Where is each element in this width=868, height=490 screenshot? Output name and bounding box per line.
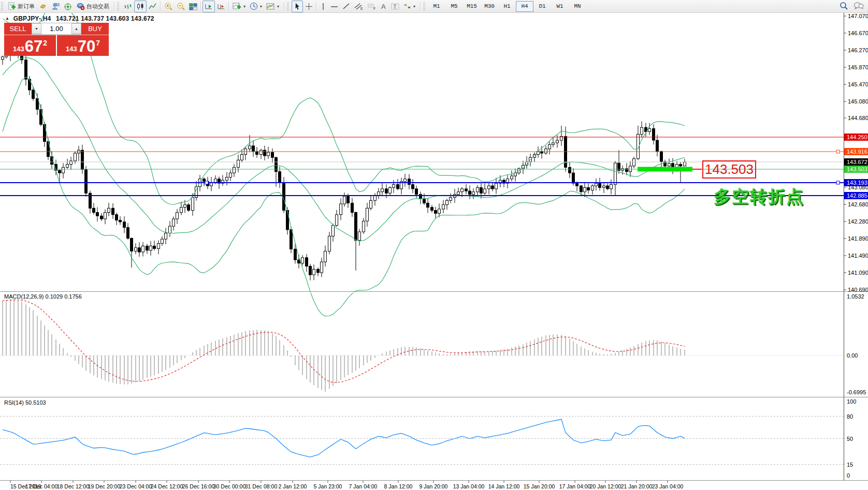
svg-text:21 Jan 20:00: 21 Jan 20:00 — [621, 483, 653, 489]
periods-button[interactable]: ▾ — [248, 1, 264, 12]
hline-handle[interactable] — [836, 181, 840, 184]
svg-text:146.670: 146.670 — [848, 30, 868, 36]
market-watch-button[interactable] — [37, 1, 49, 12]
macd-pane[interactable]: 1.05320.00-0.6995 — [0, 293, 866, 395]
price-level-callout[interactable]: 143.503 — [702, 160, 756, 179]
crosshair-button[interactable] — [303, 1, 315, 12]
svg-text:23 Jan 04:00: 23 Jan 04:00 — [652, 483, 684, 489]
volume-down-button[interactable]: ▼ — [32, 23, 41, 34]
fibonacci-button[interactable]: F — [365, 1, 378, 12]
chart-canvas[interactable]: 147.070146.670146.270145.870145.470145.0… — [0, 13, 868, 490]
svg-text:143.503: 143.503 — [847, 166, 867, 172]
symbol-header: ▲ GBPJPY-,H4 143.721 143.737 143.603 143… — [5, 15, 154, 22]
tab-timeframe-h4[interactable]: H4 — [516, 1, 533, 12]
svg-text:141.890: 141.890 — [848, 235, 868, 242]
svg-text:141.090: 141.090 — [848, 270, 868, 276]
autotrading-icon — [76, 3, 85, 10]
profiles-button[interactable] — [49, 1, 62, 12]
equidistant-channel-button[interactable]: E — [352, 1, 365, 12]
svg-text:1.0532: 1.0532 — [847, 293, 864, 300]
buy-price[interactable]: 143 70 7 — [57, 35, 109, 56]
sell-price-big: 67 — [25, 39, 42, 54]
sell-button[interactable]: SELL — [4, 23, 32, 35]
rsi-pane[interactable]: 1008050150 — [0, 398, 856, 479]
search-icon[interactable] — [840, 2, 848, 11]
volume-up-button[interactable]: ▲ — [71, 23, 81, 34]
tab-timeframe-h1[interactable]: H1 — [498, 1, 516, 12]
buy-button[interactable]: BUY — [81, 23, 109, 35]
tab-timeframe-w1[interactable]: W1 — [551, 1, 569, 12]
autotrading-label: 自动交易 — [86, 3, 109, 10]
time-axis[interactable]: 15 Dec 201917 Dec 04:0018 Dec 12:0019 De… — [10, 481, 684, 489]
toolbar-grip[interactable] — [423, 2, 425, 10]
svg-text:T: T — [394, 4, 397, 9]
buy-price-sup: 7 — [96, 39, 100, 47]
tile-windows-icon — [189, 3, 197, 10]
dropdown-caret-icon: ▾ — [260, 4, 262, 9]
trendline-button[interactable] — [340, 1, 352, 12]
annotations-layer[interactable] — [638, 167, 702, 172]
line-studies-group: E F A T ▾ — [290, 0, 419, 13]
collapse-panel-icon[interactable]: ▲ — [5, 16, 9, 21]
cursor-button[interactable] — [292, 1, 303, 12]
vertical-line-button[interactable] — [318, 1, 328, 12]
autoscroll-button[interactable] — [202, 1, 215, 12]
tab-timeframe-m5[interactable]: M5 — [445, 1, 463, 12]
svg-text:144.680: 144.680 — [848, 115, 868, 121]
tab-timeframe-m30[interactable]: M30 — [481, 1, 498, 12]
templates-button[interactable]: ▾ — [264, 1, 281, 12]
buy-price-big: 70 — [78, 39, 95, 54]
mt4-window: 新订单 自动交易 — [0, 0, 868, 490]
autotrading-button[interactable]: 自动交易 — [74, 1, 111, 12]
sell-price[interactable]: 143 67 2 — [4, 35, 57, 56]
svg-text:E: E — [360, 7, 363, 10]
svg-text:140.690: 140.690 — [848, 287, 868, 293]
toolbar-grip[interactable] — [287, 2, 289, 10]
svg-text:80: 80 — [847, 413, 853, 420]
price-axis[interactable]: 147.070146.670146.270145.870145.470145.0… — [844, 13, 868, 293]
new-order-label: 新订单 — [18, 3, 35, 10]
tab-timeframe-m15[interactable]: M15 — [463, 1, 481, 12]
candlestick-chart-icon — [136, 3, 144, 10]
horizontal-line-button[interactable] — [328, 1, 340, 12]
svg-text:143.193: 143.193 — [847, 180, 867, 186]
tab-timeframe-mn[interactable]: MN — [569, 1, 586, 12]
bar-chart-button[interactable] — [122, 1, 134, 12]
svg-text:100: 100 — [847, 398, 856, 405]
tab-timeframe-m1[interactable]: M1 — [428, 1, 445, 12]
line-chart-button[interactable] — [147, 1, 159, 12]
buy-price-prefix: 143 — [66, 45, 77, 53]
hline-handle[interactable] — [836, 150, 840, 153]
chat-icon[interactable] — [853, 2, 864, 11]
arrows-button[interactable]: ▾ — [401, 1, 417, 12]
toolbar-grip[interactable] — [1, 2, 3, 10]
svg-text:147.070: 147.070 — [848, 13, 868, 19]
label-tool-icon: T — [391, 3, 399, 10]
new-order-button[interactable]: 新订单 — [6, 1, 37, 12]
svg-text:2 Jan 12:00: 2 Jan 12:00 — [279, 483, 307, 489]
svg-text:144.250: 144.250 — [847, 134, 867, 140]
svg-text:20 Jan 12:00: 20 Jan 12:00 — [590, 483, 621, 489]
volume-input[interactable]: 1.00 — [41, 23, 71, 34]
bar-chart-icon — [124, 3, 132, 10]
profile-icon — [51, 3, 60, 10]
candlestick-chart-button[interactable] — [134, 1, 147, 12]
chart-shift-button[interactable] — [215, 1, 227, 12]
svg-text:31 Dec 08:00: 31 Dec 08:00 — [245, 483, 278, 489]
support-highlight-bar[interactable] — [638, 167, 692, 172]
svg-text:17 Jan 04:00: 17 Jan 04:00 — [559, 483, 591, 489]
toolbar-grip[interactable] — [117, 2, 119, 10]
tab-timeframe-d1[interactable]: D1 — [533, 1, 551, 12]
indicators-button[interactable]: ▾ — [230, 1, 248, 12]
zoom-out-button[interactable] — [175, 1, 187, 12]
text-tool-icon: A — [380, 3, 387, 10]
signals-button[interactable] — [62, 1, 74, 12]
tile-windows-button[interactable] — [187, 1, 199, 12]
rsi-label: RSI(14) 50.5103 — [4, 399, 46, 406]
label-tool-button[interactable]: T — [389, 1, 401, 12]
turning-point-note[interactable]: 多空转折点 — [714, 185, 804, 209]
svg-text:0.00: 0.00 — [847, 352, 858, 359]
zoom-in-button[interactable] — [162, 1, 175, 12]
hline-handle[interactable] — [205, 181, 208, 184]
text-tool-button[interactable]: A — [378, 1, 389, 12]
